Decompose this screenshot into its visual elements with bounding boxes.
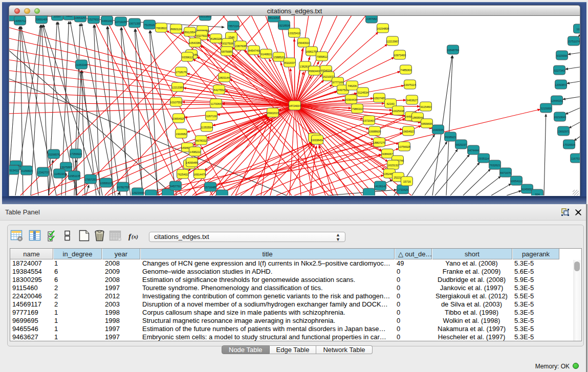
svg-text:19654925: 19654925 [172, 117, 185, 120]
svg-text:10958107: 10958107 [100, 182, 113, 185]
svg-text:1615132: 1615132 [387, 164, 399, 167]
svg-text:16914479: 16914479 [193, 173, 206, 176]
svg-text:21156829: 21156829 [20, 169, 33, 172]
svg-text:17359924: 17359924 [70, 152, 82, 156]
svg-text:9457791: 9457791 [170, 185, 181, 188]
svg-text:10025438: 10025438 [392, 110, 405, 113]
svg-text:12444151: 12444151 [551, 99, 563, 102]
svg-text:17016504: 17016504 [563, 143, 576, 146]
svg-text:10107552: 10107552 [170, 101, 183, 104]
svg-text:2935114: 2935114 [478, 157, 490, 160]
svg-text:10654112: 10654112 [510, 180, 523, 183]
svg-text:1112: 1112 [576, 28, 580, 31]
svg-text:6899695: 6899695 [421, 122, 432, 125]
svg-text:1733426: 1733426 [397, 188, 408, 191]
svg-text:9245652: 9245652 [521, 188, 533, 191]
svg-text:15716: 15716 [403, 180, 411, 183]
svg-text:16210643: 16210643 [554, 116, 567, 119]
svg-text:13975887: 13975887 [60, 166, 73, 169]
svg-text:15720407: 15720407 [363, 119, 376, 122]
svg-text:16782759: 16782759 [117, 186, 129, 189]
svg-text:1170064: 1170064 [211, 102, 222, 105]
svg-text:12342737: 12342737 [37, 171, 50, 174]
svg-text:18807279: 18807279 [373, 141, 386, 144]
svg-text:9115460: 9115460 [421, 105, 432, 108]
svg-text:12951135: 12951135 [68, 174, 81, 178]
svg-text:62160: 62160 [386, 102, 395, 105]
svg-text:10507487: 10507487 [373, 97, 386, 100]
svg-text:8471676: 8471676 [500, 171, 511, 174]
svg-text:1640935: 1640935 [432, 128, 444, 132]
svg-text:1869544: 1869544 [412, 116, 423, 119]
svg-text:26902015: 26902015 [267, 112, 279, 115]
svg-text:20206576: 20206576 [48, 153, 60, 156]
svg-text:14099489: 14099489 [186, 161, 199, 164]
svg-text:20364436: 20364436 [345, 98, 358, 101]
svg-text:14136141: 14136141 [374, 185, 387, 188]
svg-text:17957253: 17957253 [84, 178, 97, 181]
svg-text:12923448: 12923448 [132, 191, 144, 194]
svg-text:11353594: 11353594 [201, 126, 213, 129]
svg-text:10688609: 10688609 [368, 130, 381, 133]
svg-text:15716485: 15716485 [204, 186, 217, 189]
svg-text:7625402: 7625402 [177, 173, 188, 176]
svg-text:13692971: 13692971 [557, 130, 570, 133]
svg-text:9474444: 9474444 [468, 149, 479, 152]
svg-text:8938923: 8938923 [445, 136, 456, 139]
svg-text:7632621: 7632621 [489, 164, 500, 167]
svg-text:3215955: 3215955 [540, 107, 552, 110]
svg-text:6829197: 6829197 [455, 143, 467, 146]
svg-text:7986322: 7986322 [352, 107, 363, 111]
svg-text:1498222: 1498222 [189, 150, 201, 154]
svg-text:18724007: 18724007 [289, 104, 301, 107]
svg-text:1145194: 1145194 [54, 172, 66, 176]
svg-text:10756928: 10756928 [398, 145, 411, 148]
svg-text:19654923: 19654923 [402, 130, 415, 133]
svg-text:9084067: 9084067 [382, 152, 393, 156]
svg-text:3913412: 3913412 [9, 169, 19, 172]
svg-text:924: 924 [535, 193, 540, 196]
svg-text:8678332: 8678332 [195, 139, 207, 142]
svg-text:(x): (x) [132, 233, 138, 240]
svg-text:9463627: 9463627 [406, 99, 418, 102]
svg-text:19338454: 19338454 [311, 139, 324, 142]
svg-text:1167533: 1167533 [571, 157, 580, 160]
svg-text:1916682: 1916682 [176, 133, 187, 136]
svg-text:3267130: 3267130 [206, 115, 217, 118]
